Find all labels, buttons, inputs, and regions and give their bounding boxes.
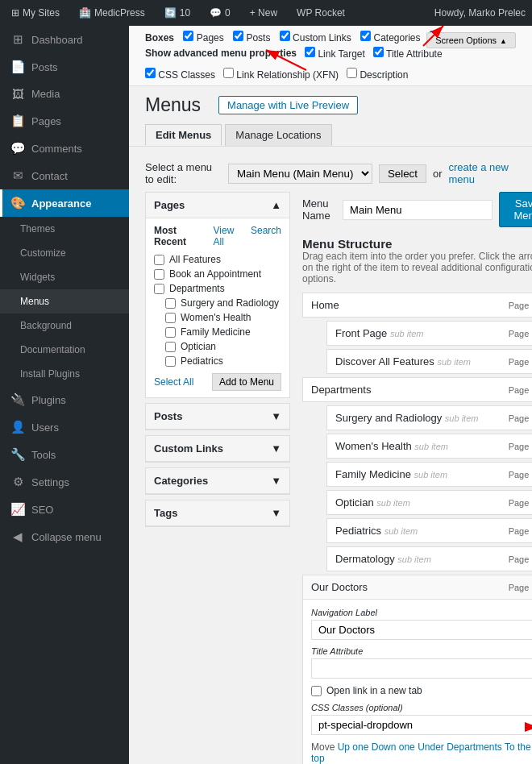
menu-item-front-page: Front Page sub item Page ▼ [326,321,532,346]
sidebar-item-appearance[interactable]: 🎨 Appearance [0,189,129,217]
pages-tab-search[interactable]: Search [251,225,281,247]
sidebar-item-install-plugins[interactable]: Install Plugins [0,362,129,386]
page-check-departments[interactable] [154,284,164,294]
tags-accordion-header[interactable]: Tags ▼ [146,500,289,526]
menu-item-departments-header[interactable]: Departments Page ▼ [303,378,532,401]
admin-bar-mysites[interactable]: ⊞ My Sites [6,0,64,26]
page-check-pediatrics[interactable] [165,356,176,367]
title-attr-input[interactable] [311,658,532,679]
tab-manage-locations[interactable]: Manage Locations [225,124,331,146]
page-check-book[interactable] [154,269,164,280]
page-check-womens[interactable] [165,313,176,323]
page-check-all-features[interactable] [154,255,164,265]
open-new-tab-row: Open link in a new tab [311,685,532,696]
pages-tab-all[interactable]: View All [214,225,244,247]
sidebar-item-media[interactable]: 🖼 Media [0,81,129,107]
sidebar-item-posts[interactable]: 📄 Posts [0,53,129,81]
admin-bar-updates[interactable]: 🔄 10 [160,0,195,26]
menu-item-optician-header[interactable]: Optician sub item Page ▼ [327,491,532,514]
sidebar-item-seo[interactable]: 📈 SEO [0,496,129,523]
screen-options-toggle[interactable]: Screen Options [426,32,516,48]
manage-live-button[interactable]: Manage with Live Preview [218,96,358,114]
menu-item-our-doctors: Our Doctors Page ▲ Navigation Label [302,575,532,764]
media-icon: 🖼 [10,87,25,101]
save-menu-button[interactable]: Save Menu [499,192,532,227]
menu-item-our-doctors-header[interactable]: Our Doctors Page ▲ [303,575,532,600]
move-down-one[interactable]: Down one [372,741,415,753]
menu-item-dermatology-header[interactable]: Dermatology sub item Page ▼ [327,547,532,571]
box-posts-check[interactable] [233,31,243,41]
adv-xfn-check[interactable] [223,68,234,78]
select-all-link[interactable]: Select All [154,376,193,388]
sidebar-item-contact[interactable]: ✉ Contact [0,162,129,189]
admin-bar-comments[interactable]: 💬 0 [205,0,235,26]
menu-item-discover-header[interactable]: Discover All Features sub item Page ▼ [327,350,532,373]
sidebar-item-comments[interactable]: 💬 Comments [0,135,129,162]
sidebar-item-themes[interactable]: Themes [0,217,129,241]
tabs: Edit Menus Manage Locations [129,116,532,146]
nav-label-field: Navigation Label [311,608,532,646]
admin-bar-rocket[interactable]: WP Rocket [292,0,350,26]
sidebar-item-tools[interactable]: 🔧 Tools [0,441,129,468]
custom-links-arrow: ▼ [271,442,281,455]
sidebar-item-dashboard[interactable]: ⊞ Dashboard [0,26,129,53]
pediatrics-type: Page [509,526,530,536]
posts-accordion: Posts ▼ [145,403,290,430]
sidebar-item-customize[interactable]: Customize [0,241,129,265]
sidebar-item-menus[interactable]: Menus [0,289,129,313]
posts-accordion-title: Posts [154,410,182,422]
open-new-tab-label: Open link in a new tab [326,685,422,696]
dermatology-type: Page [509,554,530,564]
womens-type: Page [509,442,530,451]
menu-select[interactable]: Main Menu (Main Menu) [228,164,372,184]
menu-item-home-header[interactable]: Home Page ▼ [303,293,532,317]
menu-item-discover: Discover All Features sub item Page ▼ [326,349,532,374]
page-check-family[interactable] [165,327,176,338]
menu-item-pediatrics-header[interactable]: Pediatrics sub item Page ▼ [327,519,532,542]
pages-tabs: Most Recent View All Search [154,225,281,247]
create-new-menu-link[interactable]: create a new menu [449,161,516,185]
box-pages-check[interactable] [183,31,193,41]
box-custom-links-check[interactable] [280,31,290,41]
categories-accordion-header[interactable]: Categories ▼ [146,468,289,494]
sidebar-item-background[interactable]: Background [0,313,129,338]
page-check-surgery[interactable] [165,298,176,309]
select-menu-button[interactable]: Select [379,164,426,183]
pages-accordion-header[interactable]: Pages ▲ [146,193,289,218]
adv-link-target-check[interactable] [305,47,315,57]
css-classes-field: CSS Classes (optional) [311,703,532,741]
page-check-optician[interactable] [165,342,176,352]
pediatrics-label: Pediatrics sub item [335,525,418,537]
menu-item-womens-header[interactable]: Women's Health sub item Page ▼ [327,434,532,458]
tab-edit-menus[interactable]: Edit Menus [145,124,222,146]
menu-item-surgery-header[interactable]: Surgery and Radiology sub item Page ▼ [327,406,532,430]
sidebar-item-widgets[interactable]: Widgets [0,265,129,289]
sidebar-item-users[interactable]: 👤 Users [0,413,129,441]
sidebar-item-collapse[interactable]: ◀ Collapse menu [0,523,129,550]
categories-accordion: Categories ▼ [145,467,290,495]
sidebar-item-pages[interactable]: 📋 Pages [0,107,129,135]
move-up-one[interactable]: Up one [338,741,369,753]
nav-label-input[interactable] [311,620,532,640]
open-new-tab-check[interactable] [311,686,322,696]
menu-item-front-page-header[interactable]: Front Page sub item Page ▼ [327,322,532,345]
move-under-departments[interactable]: Under Departments [418,741,502,753]
adv-css-classes-check[interactable] [145,68,156,78]
custom-links-accordion-header[interactable]: Custom Links ▼ [146,436,289,462]
add-to-menu-button[interactable]: Add to Menu [212,373,281,391]
adv-title-attr-check[interactable] [373,47,384,57]
posts-accordion-header[interactable]: Posts ▼ [146,404,289,430]
adv-description-check[interactable] [347,68,357,78]
sidebar-item-documentation[interactable]: Documentation [0,338,129,362]
css-classes-input[interactable] [311,715,532,735]
menu-item-family: Family Medicine sub item Page ▼ [326,462,532,487]
posts-icon: 📄 [10,60,25,74]
admin-bar-addnew[interactable]: + New [245,0,282,26]
admin-bar-medipress[interactable]: 🏥 MedicPress [74,0,150,26]
sidebar-item-plugins[interactable]: 🔌 Plugins [0,386,129,413]
menu-item-family-header[interactable]: Family Medicine sub item Page ▼ [327,463,532,486]
sidebar-item-settings[interactable]: ⚙ Settings [0,468,129,496]
menu-name-input[interactable] [343,200,493,220]
pages-tab-recent[interactable]: Most Recent [154,225,207,247]
box-categories-check[interactable] [360,31,371,41]
